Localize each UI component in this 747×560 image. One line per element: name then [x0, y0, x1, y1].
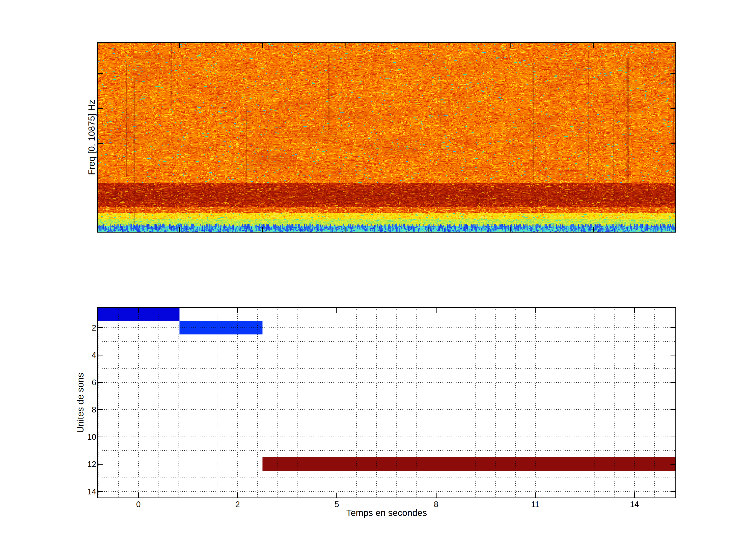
- grid-line-vertical: [615, 307, 615, 498]
- bar-plot-x-tick: [535, 492, 536, 498]
- x-tick-label: 14: [630, 500, 639, 508]
- grid-line-horizontal: [97, 368, 676, 369]
- y-tick-label: 10: [53, 433, 96, 441]
- grid-line-horizontal: [97, 464, 676, 464]
- spectrogram-y-tick: [670, 178, 676, 178]
- grid-line-vertical: [555, 307, 555, 498]
- spectrogram-canvas: [97, 42, 676, 233]
- bar-plot-x-tick: [237, 492, 238, 498]
- y-tick-label: 8: [53, 405, 96, 414]
- spectrogram-x-tick: [345, 227, 345, 233]
- spectrogram-x-tick: [345, 42, 345, 48]
- grid-line-horizontal: [97, 382, 676, 383]
- spectrogram-y-tick: [670, 213, 676, 213]
- grid-line-horizontal: [97, 396, 676, 396]
- grid-line-horizontal: [97, 436, 676, 437]
- grid-line-vertical: [138, 307, 139, 498]
- spectrogram-x-tick: [262, 42, 263, 48]
- bar-plot-y-tick: [670, 491, 676, 492]
- grid-line-vertical: [575, 307, 575, 498]
- grid-line-vertical: [317, 307, 317, 498]
- bar-plot-y-tick: [97, 464, 103, 464]
- bar-plot-y-tick: [97, 382, 103, 383]
- grid-line-horizontal: [97, 355, 676, 355]
- y-tick-label: 2: [53, 324, 96, 331]
- y-tick-label: 14: [53, 487, 96, 496]
- y-tick-label: 4: [53, 351, 96, 359]
- spectrogram-y-tick: [97, 73, 103, 74]
- grid-line-vertical: [416, 307, 416, 498]
- spectrogram-x-tick: [179, 227, 180, 233]
- grid-line-vertical: [594, 307, 595, 498]
- spectrogram-x-tick: [511, 42, 511, 48]
- grid-line-vertical: [257, 307, 258, 498]
- grid-line-vertical: [297, 307, 298, 498]
- spectrogram-y-tick: [97, 178, 103, 178]
- spectrogram-x-tick: [428, 42, 429, 48]
- grid-line-vertical: [237, 307, 238, 498]
- grid-line-vertical: [217, 307, 218, 498]
- x-tick-label: 2: [235, 500, 240, 508]
- spectrogram-x-tick: [262, 227, 263, 233]
- grid-line-vertical: [158, 307, 158, 498]
- spectrogram-x-tick: [593, 42, 594, 48]
- grid-line-vertical: [436, 307, 436, 498]
- grid-line-horizontal: [97, 423, 676, 423]
- grid-line-vertical: [674, 307, 674, 498]
- bar-plot-xlabel: Temps en secondes: [346, 508, 427, 517]
- spectrogram-plot: [97, 42, 676, 233]
- x-tick-label: 11: [531, 500, 539, 508]
- bar-plot-y-tick: [670, 382, 676, 383]
- grid-line-horizontal: [97, 450, 676, 451]
- bar-plot-y-tick: [670, 436, 676, 437]
- matlab-figure: Freq [0, 10875] Hz Unites de sons Temps …: [0, 0, 747, 560]
- grid-line-horizontal: [97, 409, 676, 410]
- spectrogram-y-tick: [97, 108, 103, 109]
- bar-plot-y-tick: [670, 409, 676, 410]
- grid-line-vertical: [654, 307, 655, 498]
- bar-plot-x-tick: [336, 492, 337, 498]
- grid-line-vertical: [356, 307, 357, 498]
- grid-line-vertical: [178, 307, 178, 498]
- bar-plot-x-tick: [138, 492, 139, 498]
- spectrogram-y-tick: [670, 143, 676, 144]
- grid-line-vertical: [99, 307, 99, 498]
- spectrogram-x-tick: [593, 227, 594, 233]
- bar-plot-x-tick: [436, 307, 437, 313]
- spectrogram-x-tick: [511, 227, 511, 233]
- bar-plot-x-tick: [336, 307, 337, 313]
- y-tick-label: 6: [53, 378, 96, 386]
- bar-plot-y-tick: [97, 409, 103, 410]
- bar-plot-x-tick: [237, 307, 238, 313]
- y-tick-label: 12: [53, 460, 96, 468]
- grid-line-vertical: [396, 307, 396, 498]
- grid-line-horizontal: [97, 341, 676, 342]
- bar-plot-x-tick: [436, 492, 437, 498]
- grid-line-horizontal: [97, 314, 676, 314]
- bar-plot-y-tick: [97, 327, 103, 328]
- grid-line-vertical: [118, 307, 119, 498]
- grid-line-vertical: [475, 307, 476, 498]
- spectrogram-x-tick: [428, 227, 429, 233]
- bar-plot: [97, 307, 676, 498]
- grid-line-vertical: [515, 307, 516, 498]
- grid-line-vertical: [198, 307, 198, 498]
- bar-plot-y-tick: [97, 355, 103, 355]
- spectrogram-ylabel: Freq [0, 10875] Hz: [87, 100, 96, 175]
- grid-line-vertical: [634, 307, 635, 498]
- grid-line-vertical: [456, 307, 456, 498]
- bar-plot-y-tick: [670, 464, 676, 464]
- bar-plot-x-tick: [634, 307, 635, 313]
- bar-plot-y-tick: [670, 327, 676, 328]
- bar-plot-y-tick: [670, 355, 676, 355]
- grid-line-horizontal: [97, 327, 676, 328]
- grid-line-vertical: [535, 307, 536, 498]
- grid-line-vertical: [337, 307, 337, 498]
- spectrogram-y-tick: [670, 73, 676, 74]
- bar-plot-x-tick: [634, 492, 635, 498]
- grid-line-vertical: [277, 307, 278, 498]
- x-tick-label: 8: [434, 500, 438, 508]
- bar-plot-x-tick: [138, 307, 139, 313]
- bar-plot-x-tick: [535, 307, 536, 313]
- spectrogram-y-tick: [670, 108, 676, 109]
